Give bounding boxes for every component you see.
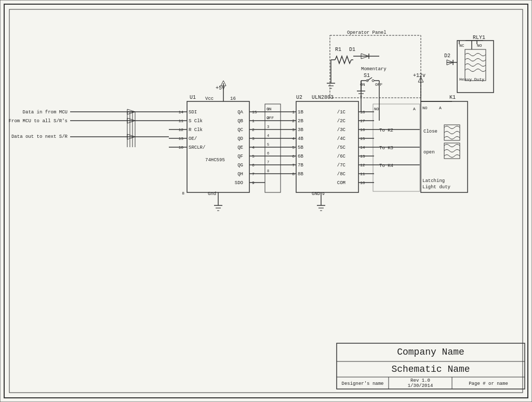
u1-srclr-label: SRCLR/ [189,145,205,150]
conn-5: 5 [267,142,269,147]
u1-qe-label: QE [237,145,243,150]
u2-body [296,101,358,192]
conn-4: 4 [267,134,269,138]
k1-a-label: A [439,106,442,110]
u2-ref: U2 [296,95,302,100]
company-name: Company Name [397,347,464,357]
u2-1c-label: /1C [337,110,346,115]
u1-ref: U1 [190,95,196,100]
u1-qa-label: QA [237,110,243,115]
u2-8b-label: 8B [298,172,303,177]
rly1-label: Heavy Duty [459,77,484,82]
svg-rect-1 [4,4,528,398]
k1-no2: NO [374,107,379,111]
u1-qf-label: QF [237,154,243,159]
r1-ref: R1 [335,47,341,53]
svg-rect-70 [444,125,460,140]
svg-rect-0 [0,0,532,402]
svg-rect-71 [444,143,460,159]
u2-gnd-pin: 9 [322,191,325,196]
rly1-no: NO [477,43,482,48]
u1-gnd-label: Gnd [208,191,216,197]
d2-ref: D2 [444,53,450,59]
rly1-body [457,41,494,93]
u2-7b-label: 7B [298,163,303,168]
u2-5b-label: 5B [298,145,303,150]
k1-open-label: open [423,150,435,155]
u2-3c-label: /3C [337,127,346,133]
rly1-nc: NC [459,43,464,48]
operator-panel-label: Operator Panel [347,30,387,35]
conn-2: 2 [267,116,269,120]
u1-qd-label: QD [237,136,243,141]
conn-1: 1 [267,107,269,111]
revision-label: Rev 1.0 [410,378,430,383]
u2-5c-label: /5C [337,145,346,150]
conn-7: 7 [267,160,269,164]
conn-8: 8 [267,169,269,173]
designer-label: Designer's name [341,381,383,386]
u1-qc-label: QC [237,127,243,133]
u2-6c-label: /6C [337,154,346,159]
u2-8c-label: /8C [337,172,346,177]
svg-rect-2 [9,9,523,393]
to-k4-label: To K4 [379,163,393,168]
u2-6b-label: 6B [298,154,303,159]
u2-1b-label: 1B [298,110,303,115]
conn-6: 6 [267,151,269,155]
k1-ref: K1 [449,95,456,100]
k1-a2: A [413,107,416,111]
u2-2c-label: /2C [337,119,346,124]
rly1-ref: RLY1 [473,35,485,41]
u1-qg-label: QG [237,163,243,168]
page-label: Page # or name [469,381,508,386]
data-out-label: Data out to next S/R [11,134,68,139]
u2-2b-label: 2B [298,119,303,124]
s1-momentary-label: Momentary [361,67,387,72]
k1-close-label: Close [423,129,437,134]
conn-3: 3 [267,125,269,129]
u2-4b-label: 4B [298,136,303,141]
k1-label1: Latching [422,178,445,184]
u1-sclk-label: S Clk [189,119,203,124]
k1-label2: Light duty [422,185,451,190]
u2-7c-label: /7C [337,163,346,168]
d1-ref: D1 [349,47,355,53]
to-k2-label: To K2 [379,128,393,133]
u1-vcc-label: Vcc [205,96,214,101]
k1-no-label: NO [422,106,428,110]
u1-gnd-pin: 8 [182,191,184,196]
s1-ref: S1 [364,73,370,79]
u1-vcc-pin: 16 [230,96,236,101]
u1-sdi-label: SDI [189,110,197,115]
vcc12v-label: +12v [413,73,425,79]
schematic-name: Schematic Name [391,364,470,374]
data-in-label: Data in from MCU [23,110,68,115]
u2-4c-label: /4C [337,136,346,141]
schematic-canvas: Company Name Schematic Name Designer's n… [0,0,532,402]
date-label: 1/30/2014 [408,383,433,388]
from-mcu-label: From MCU to all S/R's [9,119,68,124]
u2-com-label: COM [337,180,345,186]
u2-gnd-label: GND [312,191,320,197]
u1-name: 74HC595 [205,158,225,163]
svg-point-98 [372,80,374,82]
u1-qh-label: QH [237,172,243,177]
u2-3b-label: 3B [298,127,303,133]
u1-rclk-label: R Clk [189,127,203,133]
to-k3-label: To K3 [379,146,393,151]
u1-sdo-label: SDO [235,180,243,186]
u1-oe-label: OE/ [189,136,197,141]
u1-qb-label: QB [237,119,243,124]
